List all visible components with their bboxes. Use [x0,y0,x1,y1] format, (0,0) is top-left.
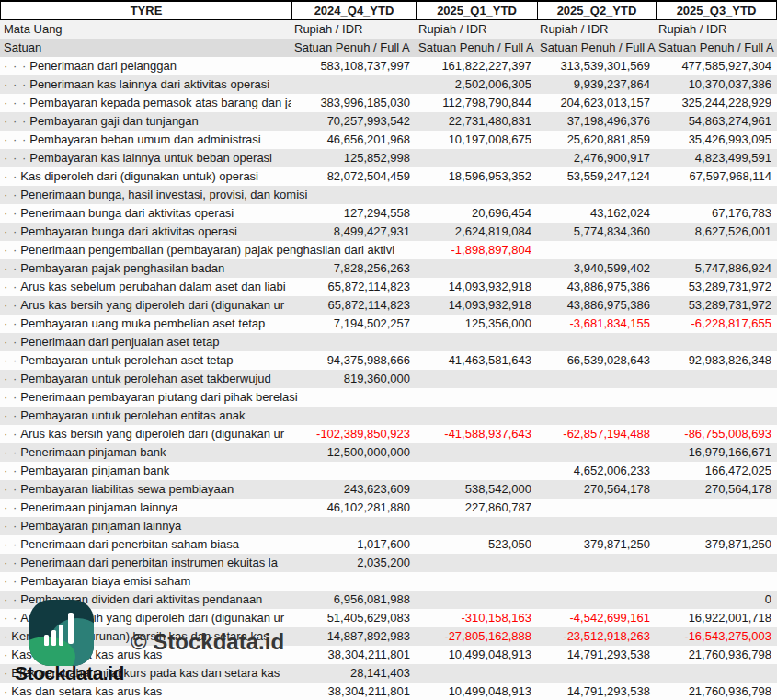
cell-value: 38,304,211,801 [291,683,416,700]
indent-dots: · · [4,611,17,625]
row-values [291,517,777,535]
row-values: 583,108,737,997161,822,227,397313,539,30… [291,57,777,75]
indent-dots: · · · [4,77,27,91]
cell-value: 538,542,000 [416,480,537,499]
row-label: · ·Pembayaran uang muka pembelian aset t… [0,315,291,333]
cell-value [656,499,777,517]
indent-dots: · · [4,464,17,477]
cell-value: 94,375,988,666 [291,351,416,370]
indent-dots: · · [4,298,17,312]
cell-value [416,259,537,278]
cell-value: 25,620,881,859 [537,131,656,149]
header-cell-period: 2025_Q2_YTD [537,2,656,19]
cell-value: 53,559,247,124 [537,167,656,186]
row-values: 243,623,609538,542,000270,564,178270,564… [291,480,777,499]
cash-flow-statement-table: TYRE 2024_Q4_YTD2025_Q1_YTD2025_Q2_YTD20… [0,0,777,700]
indent-dots: · · [4,482,17,496]
cell-value [537,407,656,425]
cell-value: 43,162,024 [537,204,656,223]
currency-row: Mata Uang Rupiah / IDRRupiah / IDRRupiah… [0,20,777,39]
indent-dots: · · [4,592,17,606]
cell-value: 1,017,600 [291,535,416,554]
unit-cell: Satuan Penuh / Full A [416,39,537,57]
row-values: 46,656,201,96810,197,008,67525,620,881,8… [291,131,777,149]
cell-value: 125,356,000 [416,315,537,333]
row-values [291,186,777,204]
cell-value [656,370,777,388]
cell-value: 583,108,737,997 [291,57,416,75]
cell-value [291,75,416,94]
cell-value: 8,627,526,001 [656,223,777,241]
row-label: · ·Penerimaan dari penerbitan instrumen … [0,554,291,572]
cell-value [416,462,537,480]
indent-dots: · · [4,261,17,275]
table-row: · ·Arus kas bersih yang diperoleh dari (… [0,296,777,315]
stockdata-logo [29,600,96,668]
cell-value: 313,539,301,569 [537,57,656,75]
row-label: · ·Arus kas bersih yang diperoleh dari (… [0,296,291,315]
table-row: · ·Pembayaran biaya emisi saham [0,572,777,591]
indent-dots: · · · [4,96,27,109]
table-row: · ·Pembayaran liabilitas sewa pembiayaan… [0,480,777,499]
cell-value [537,370,656,388]
cell-value: 166,472,025 [656,462,777,480]
cell-value [537,572,656,591]
table-row: ·Kas dan setara kas arus kas38,304,211,8… [0,646,777,664]
row-values: 94,375,988,66641,463,581,64366,539,028,6… [291,351,777,370]
cell-value [291,517,416,535]
cell-value: 46,656,201,968 [291,131,416,149]
header-cell-tyre: TYRE [0,2,291,19]
row-label: · ·Penerimaan dari penerbitan saham bias… [0,535,291,554]
row-values: -1,898,897,804 [291,241,777,259]
currency-cell: Rupiah / IDR [656,20,777,39]
cell-value [416,664,537,683]
row-values: 51,405,629,083-310,158,163-4,542,699,161… [291,609,777,627]
table-row: · ·Arus kas bersih yang diperoleh dari (… [0,425,777,443]
indent-dots: · [4,648,8,661]
table-row: · ·Penerimaan pinjaman lainnya46,102,281… [0,499,777,517]
indent-dots: · · · [4,114,27,128]
cell-value: 20,696,454 [416,204,537,223]
cell-value: 92,983,826,348 [656,351,777,370]
cell-value [416,517,537,535]
cell-value [416,388,537,407]
row-values: 38,304,211,80110,499,048,91314,791,293,5… [291,683,777,700]
indent-dots: · · · [4,151,27,165]
row-values: 65,872,114,82314,093,932,91843,886,975,3… [291,296,777,315]
unit-cell: Satuan Penuh / Full A [291,39,416,57]
cell-value [416,149,537,167]
cell-value: 14,093,932,918 [416,278,537,296]
cell-value: 53,289,731,972 [656,296,777,315]
cell-value: 41,463,581,643 [416,351,537,370]
cell-value: 523,050 [416,535,537,554]
cell-value: 16,979,166,671 [656,443,777,462]
cell-value: 10,499,048,913 [416,683,537,700]
row-values: 46,102,281,880227,860,787 [291,499,777,517]
cell-value: 53,289,731,972 [656,278,777,296]
cell-value: 127,294,558 [291,204,416,223]
cell-value [656,664,777,683]
indent-dots: · · [4,353,17,367]
cell-value [537,186,656,204]
row-values: 2,502,006,3059,939,237,86410,370,037,386 [291,75,777,94]
row-values: 383,996,185,030112,798,790,844204,623,01… [291,94,777,112]
cell-value [656,333,777,351]
cell-value [656,407,777,425]
table-body: · · ·Penerimaan dari pelanggan583,108,73… [0,57,777,700]
row-values: 70,257,993,54222,731,480,83137,198,496,3… [291,112,777,131]
cell-value: 379,871,250 [537,535,656,554]
header-cell-period: 2024_Q4_YTD [291,2,416,19]
row-values: 65,872,114,82314,093,932,91843,886,975,3… [291,278,777,296]
cell-value: 46,102,281,880 [291,499,416,517]
indent-dots: · · [4,224,17,238]
table-row: · ·Pembayaran untuk perolehan aset takbe… [0,370,777,388]
indent-dots: · · [4,390,17,404]
cell-value [537,443,656,462]
cell-value [537,554,656,572]
table-row: · ·Penerimaan pinjaman bank12,500,000,00… [0,443,777,462]
cell-value: 477,585,927,304 [656,57,777,75]
cell-value [537,664,656,683]
currency-cell: Rupiah / IDR [291,20,416,39]
cell-value: 5,774,834,360 [537,223,656,241]
cell-value [656,186,777,204]
